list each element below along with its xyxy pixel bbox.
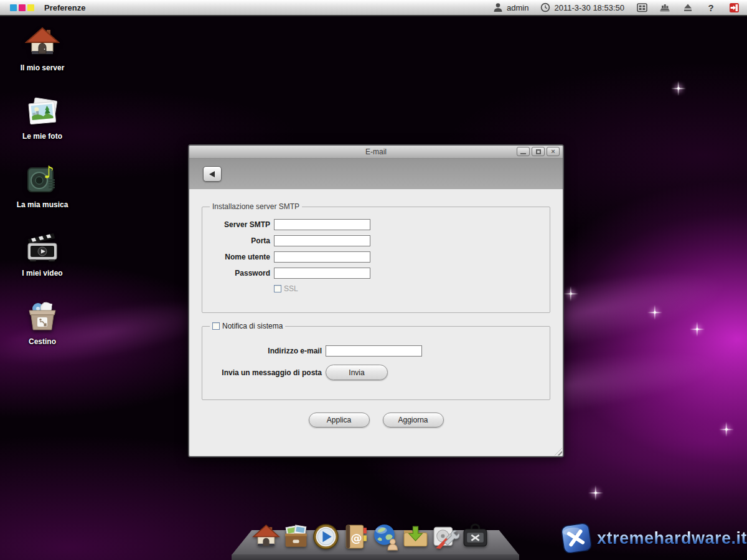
dock-platform-edge (232, 554, 519, 560)
desktop-icon-label: La mia musica (17, 200, 68, 209)
email-dialog: E-mail × Installazione server SMTP Serve… (188, 144, 564, 457)
desktop-icon-my-server[interactable]: Il mio server (6, 25, 78, 72)
dialog-body: Installazione server SMTP Server SMTP Po… (189, 189, 563, 456)
port-input[interactable] (274, 235, 370, 246)
ssl-checkbox[interactable] (274, 285, 281, 292)
back-arrow-icon (209, 171, 215, 177)
disk-utility-dock-icon[interactable] (431, 523, 459, 551)
window-grid-icon (637, 2, 647, 12)
xtremehardware-logo-icon (561, 523, 591, 553)
user-menu[interactable]: admin (493, 2, 529, 12)
photos-dock-icon[interactable] (282, 523, 310, 551)
logo-square-blue (10, 4, 17, 11)
widgets-icon (659, 2, 670, 12)
sparkle-star (696, 328, 698, 330)
clock-display: 2011-3-30 18:53:50 (540, 2, 624, 12)
logo-square-magenta (19, 4, 26, 11)
smtp-server-input[interactable] (274, 219, 370, 230)
smtp-fieldset: Installazione server SMTP Server SMTP Po… (202, 202, 550, 313)
page-title: Preferenze (44, 3, 85, 12)
user-icon (493, 2, 503, 12)
window-grid-button[interactable] (636, 2, 647, 13)
desktop-icon-label: Cestino (29, 337, 56, 346)
notification-legend-label: Notifica di sistema (222, 322, 283, 330)
topbar: Preferenze admin 2011-3-30 18:53:50 (0, 0, 747, 16)
ssl-label: SSL (284, 284, 298, 293)
logo-square-yellow (27, 4, 34, 11)
watermark-logo: xtremehardware.it (561, 523, 747, 553)
password-label: Password (210, 269, 270, 278)
sparkle-star (654, 311, 656, 314)
videos-icon (25, 230, 60, 265)
close-icon: × (551, 148, 555, 155)
dialog-toolbar (189, 158, 563, 189)
svg-text:@: @ (350, 531, 362, 544)
send-mail-label: Invia un messaggio di posta (210, 368, 322, 377)
dock-icon-list: @ (252, 523, 489, 551)
desktop-icon-trash[interactable]: Cestino (6, 299, 78, 346)
apply-button[interactable]: Applica (309, 413, 370, 427)
password-input[interactable] (274, 268, 370, 279)
username-input[interactable] (274, 251, 370, 263)
download-dock-icon[interactable] (402, 523, 430, 551)
logout-button[interactable] (728, 2, 740, 13)
user-name: admin (507, 3, 529, 12)
system-notification-checkbox[interactable] (212, 322, 220, 330)
photos-icon (25, 93, 60, 128)
back-button[interactable] (203, 166, 222, 182)
sparkle-star (725, 428, 728, 431)
desktop-icon-label: I miei video (22, 269, 62, 278)
refresh-button[interactable]: Aggiorna (383, 413, 444, 427)
clock-icon (540, 2, 550, 12)
home-icon (25, 25, 60, 60)
desktop-icon-my-music[interactable]: ♪ La mia musica (6, 162, 78, 209)
close-button[interactable]: × (547, 147, 560, 156)
sparkle-star (677, 87, 680, 90)
send-test-mail-button[interactable]: Invia (326, 365, 388, 380)
notification-fieldset: Notifica di sistema Indirizzo e-mail Inv… (202, 322, 550, 400)
eject-icon (683, 2, 693, 12)
toolbox-dock-icon[interactable] (461, 523, 489, 551)
logout-icon (729, 2, 740, 13)
dialog-titlebar[interactable]: E-mail × (189, 146, 563, 158)
media-player-dock-icon[interactable] (312, 523, 340, 551)
home-dock-icon[interactable] (252, 523, 280, 551)
sparkle-star (594, 492, 597, 494)
screen: Preferenze admin 2011-3-30 18:53:50 (0, 0, 747, 560)
help-button[interactable]: ? (705, 2, 716, 13)
maximize-icon (536, 149, 541, 154)
watermark-text: xtremehardware.it (597, 529, 747, 548)
eject-button[interactable] (682, 2, 693, 13)
port-label: Porta (210, 236, 270, 245)
maximize-button[interactable] (532, 147, 545, 156)
minimize-button[interactable] (517, 147, 530, 156)
contacts-dock-icon[interactable]: @ (342, 523, 370, 551)
desktop-icon-my-photos[interactable]: Le mie foto (6, 93, 78, 141)
email-address-label: Indirizzo e-mail (210, 347, 322, 355)
trash-icon (25, 299, 60, 334)
music-icon: ♪ (25, 162, 60, 197)
resize-grip[interactable] (555, 448, 562, 455)
email-address-input[interactable] (326, 345, 422, 357)
desktop-icon-label: Le mie foto (22, 132, 62, 141)
minimize-icon (520, 153, 526, 154)
help-icon: ? (708, 2, 713, 13)
network-dock-icon[interactable] (372, 523, 400, 551)
svg-text:♪: ♪ (44, 162, 54, 182)
desktop-icon-list: Il mio server Le mie foto (6, 25, 78, 346)
username-label: Nome utente (210, 253, 270, 261)
smtp-server-label: Server SMTP (210, 220, 270, 229)
widgets-button[interactable] (659, 2, 670, 13)
sparkle-star (570, 292, 572, 295)
desktop-icon-label: Il mio server (21, 63, 65, 72)
desktop-icon-my-videos[interactable]: I miei video (6, 230, 78, 278)
dialog-title: E-mail (365, 147, 387, 156)
smtp-legend: Installazione server SMTP (210, 202, 302, 211)
brand-logo (10, 4, 34, 11)
datetime-text: 2011-3-30 18:53:50 (554, 3, 624, 12)
